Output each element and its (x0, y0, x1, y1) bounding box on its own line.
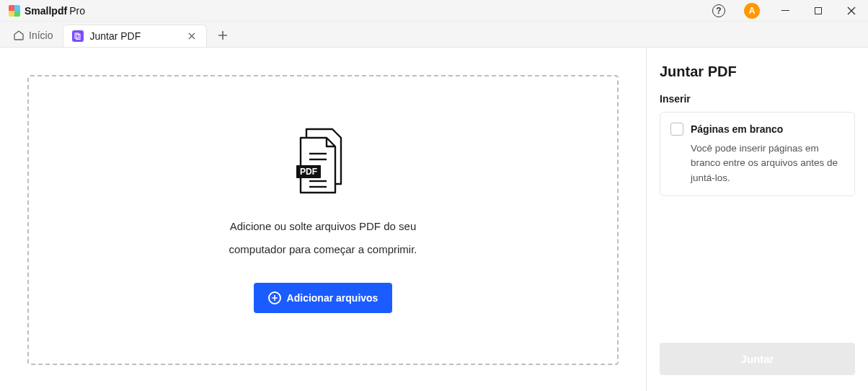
app-name: Smallpdf (25, 5, 67, 17)
home-icon (13, 30, 25, 41)
tab-strip: Início Juntar PDF (0, 22, 868, 48)
blank-pages-card: Páginas em branco Você pode inserir pági… (660, 112, 855, 196)
merge-button[interactable]: Juntar (660, 343, 855, 375)
help-icon: ? (712, 4, 725, 17)
app-edition: Pro (69, 5, 85, 17)
app-logo (9, 5, 20, 17)
add-files-button[interactable]: Adicionar arquivos (254, 283, 393, 313)
dropzone-text-line1: Adicione ou solte arquivos PDF do seu (230, 218, 416, 235)
close-icon (847, 6, 856, 15)
merge-pdf-icon (72, 30, 84, 42)
tab-merge-pdf[interactable]: Juntar PDF (63, 25, 207, 47)
blank-pages-description: Você pode inserir páginas em branco entr… (670, 141, 844, 185)
window-minimize-button[interactable] (769, 0, 802, 22)
window-maximize-button[interactable] (802, 0, 835, 22)
titlebar: Smallpdf Pro ? A (0, 0, 868, 22)
blank-pages-checkbox[interactable] (670, 123, 683, 136)
plus-circle-icon (268, 291, 281, 304)
help-button[interactable]: ? (702, 0, 735, 22)
dropzone[interactable]: PDF Adicione ou solte arquivos PDF do se… (27, 75, 619, 365)
svg-text:PDF: PDF (300, 167, 317, 177)
account-button[interactable]: A (735, 0, 769, 22)
new-tab-button[interactable] (211, 24, 234, 47)
add-files-label: Adicionar arquivos (287, 292, 378, 304)
tab-close-button[interactable] (186, 30, 198, 42)
sidebar-title: Juntar PDF (660, 63, 855, 80)
dropzone-text-line2: computador para começar a comprimir. (229, 241, 417, 258)
plus-icon (218, 30, 228, 40)
main-area: PDF Adicione ou solte arquivos PDF do se… (0, 48, 868, 391)
maximize-icon (815, 7, 822, 14)
pdf-stack-icon: PDF (293, 128, 353, 199)
avatar: A (744, 3, 760, 19)
home-label: Início (29, 30, 53, 41)
insert-section-label: Inserir (660, 93, 855, 105)
blank-pages-title: Páginas em branco (691, 123, 783, 135)
home-button[interactable]: Início (6, 24, 60, 47)
close-icon (188, 32, 195, 40)
window-close-button[interactable] (835, 0, 868, 22)
minimize-icon (781, 10, 789, 12)
sidebar: Juntar PDF Inserir Páginas em branco Voc… (646, 48, 868, 391)
canvas: PDF Adicione ou solte arquivos PDF do se… (0, 48, 646, 391)
tab-label: Juntar PDF (89, 30, 180, 42)
